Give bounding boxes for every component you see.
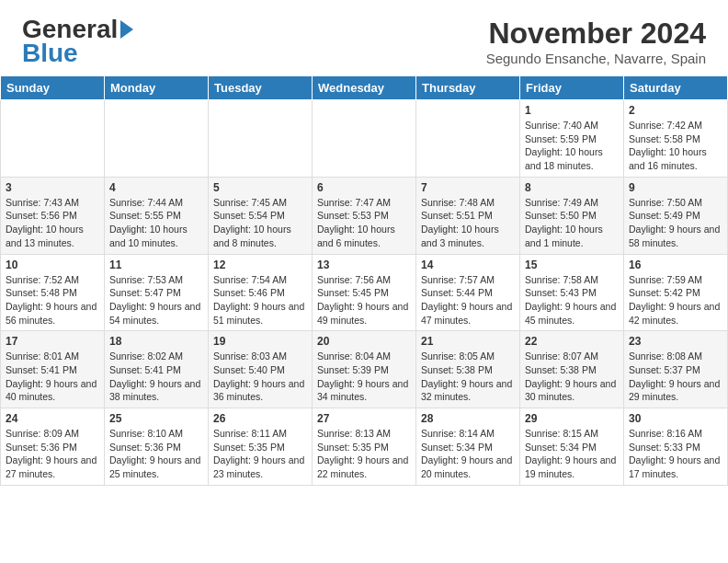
day-number: 29	[525, 412, 619, 425]
day-info: Sunrise: 7:47 AM Sunset: 5:53 PM Dayligh…	[317, 196, 411, 250]
table-row: 14Sunrise: 7:57 AM Sunset: 5:44 PM Dayli…	[416, 254, 520, 331]
col-friday: Friday	[520, 76, 624, 100]
day-number: 24	[6, 412, 99, 425]
day-number: 15	[525, 259, 619, 271]
day-number: 11	[109, 259, 203, 271]
table-row: 4Sunrise: 7:44 AM Sunset: 5:55 PM Daylig…	[105, 177, 209, 254]
table-row: 18Sunrise: 8:02 AM Sunset: 5:41 PM Dayli…	[105, 331, 209, 408]
day-number: 3	[6, 181, 99, 194]
day-info: Sunrise: 8:09 AM Sunset: 5:36 PM Dayligh…	[6, 427, 99, 481]
day-number: 28	[421, 412, 515, 425]
day-info: Sunrise: 8:14 AM Sunset: 5:34 PM Dayligh…	[421, 427, 515, 481]
table-row: 5Sunrise: 7:45 AM Sunset: 5:54 PM Daylig…	[209, 177, 313, 254]
table-row: 3Sunrise: 7:43 AM Sunset: 5:56 PM Daylig…	[1, 177, 105, 254]
day-info: Sunrise: 7:43 AM Sunset: 5:56 PM Dayligh…	[6, 196, 99, 250]
day-number: 2	[629, 104, 722, 117]
day-info: Sunrise: 8:07 AM Sunset: 5:38 PM Dayligh…	[525, 350, 619, 404]
day-number: 9	[629, 181, 722, 194]
table-row: 6Sunrise: 7:47 AM Sunset: 5:53 PM Daylig…	[313, 177, 416, 254]
table-row: 12Sunrise: 7:54 AM Sunset: 5:46 PM Dayli…	[209, 254, 313, 331]
table-row: 7Sunrise: 7:48 AM Sunset: 5:51 PM Daylig…	[416, 177, 520, 254]
day-info: Sunrise: 8:03 AM Sunset: 5:40 PM Dayligh…	[213, 350, 307, 404]
table-row: 24Sunrise: 8:09 AM Sunset: 5:36 PM Dayli…	[1, 408, 105, 486]
day-number: 12	[213, 259, 307, 271]
day-number: 6	[317, 181, 411, 194]
day-info: Sunrise: 7:54 AM Sunset: 5:46 PM Dayligh…	[213, 273, 307, 327]
page-subtitle: Segundo Ensanche, Navarre, Spain	[486, 51, 706, 66]
day-info: Sunrise: 8:13 AM Sunset: 5:35 PM Dayligh…	[317, 427, 411, 481]
day-number: 13	[317, 259, 411, 271]
table-row: 22Sunrise: 8:07 AM Sunset: 5:38 PM Dayli…	[520, 331, 624, 408]
day-info: Sunrise: 8:05 AM Sunset: 5:38 PM Dayligh…	[421, 350, 515, 404]
logo-arrow-icon	[120, 20, 133, 39]
calendar-week-row: 1Sunrise: 7:40 AM Sunset: 5:59 PM Daylig…	[1, 100, 728, 178]
day-info: Sunrise: 7:58 AM Sunset: 5:43 PM Dayligh…	[525, 273, 619, 327]
table-row: 13Sunrise: 7:56 AM Sunset: 5:45 PM Dayli…	[313, 254, 416, 331]
day-info: Sunrise: 7:53 AM Sunset: 5:47 PM Dayligh…	[109, 273, 203, 327]
logo: General Blue	[22, 17, 133, 68]
day-number: 21	[421, 335, 515, 348]
table-row	[105, 100, 209, 178]
page-header: General Blue November 2024 Segundo Ensan…	[0, 0, 728, 75]
title-block: November 2024 Segundo Ensanche, Navarre,…	[486, 17, 706, 66]
table-row: 17Sunrise: 8:01 AM Sunset: 5:41 PM Dayli…	[1, 331, 105, 408]
day-number: 17	[6, 335, 99, 348]
table-row: 1Sunrise: 7:40 AM Sunset: 5:59 PM Daylig…	[520, 100, 624, 178]
day-info: Sunrise: 7:56 AM Sunset: 5:45 PM Dayligh…	[317, 273, 411, 327]
table-row: 8Sunrise: 7:49 AM Sunset: 5:50 PM Daylig…	[520, 177, 624, 254]
day-info: Sunrise: 7:52 AM Sunset: 5:48 PM Dayligh…	[6, 273, 99, 327]
day-number: 22	[525, 335, 619, 348]
table-row	[416, 100, 520, 178]
day-info: Sunrise: 8:01 AM Sunset: 5:41 PM Dayligh…	[6, 350, 99, 404]
day-number: 10	[6, 259, 99, 271]
day-info: Sunrise: 8:04 AM Sunset: 5:39 PM Dayligh…	[317, 350, 411, 404]
table-row: 20Sunrise: 8:04 AM Sunset: 5:39 PM Dayli…	[313, 331, 416, 408]
table-row: 27Sunrise: 8:13 AM Sunset: 5:35 PM Dayli…	[313, 408, 416, 486]
calendar-table: Sunday Monday Tuesday Wednesday Thursday…	[0, 75, 728, 486]
col-sunday: Sunday	[1, 76, 105, 100]
col-saturday: Saturday	[624, 76, 728, 100]
day-number: 20	[317, 335, 411, 348]
calendar-week-row: 10Sunrise: 7:52 AM Sunset: 5:48 PM Dayli…	[1, 254, 728, 331]
day-number: 14	[421, 259, 515, 271]
table-row: 10Sunrise: 7:52 AM Sunset: 5:48 PM Dayli…	[1, 254, 105, 331]
day-info: Sunrise: 7:48 AM Sunset: 5:51 PM Dayligh…	[421, 196, 515, 250]
day-info: Sunrise: 7:40 AM Sunset: 5:59 PM Dayligh…	[525, 119, 619, 173]
table-row: 21Sunrise: 8:05 AM Sunset: 5:38 PM Dayli…	[416, 331, 520, 408]
day-number: 4	[109, 181, 203, 194]
col-tuesday: Tuesday	[209, 76, 313, 100]
day-info: Sunrise: 8:16 AM Sunset: 5:33 PM Dayligh…	[629, 427, 722, 481]
day-number: 7	[421, 181, 515, 194]
table-row: 26Sunrise: 8:11 AM Sunset: 5:35 PM Dayli…	[209, 408, 313, 486]
logo-blue: Blue	[22, 39, 78, 68]
table-row: 2Sunrise: 7:42 AM Sunset: 5:58 PM Daylig…	[624, 100, 728, 178]
day-number: 1	[525, 104, 619, 117]
table-row: 25Sunrise: 8:10 AM Sunset: 5:36 PM Dayli…	[105, 408, 209, 486]
page-title: November 2024	[486, 17, 706, 51]
table-row: 9Sunrise: 7:50 AM Sunset: 5:49 PM Daylig…	[624, 177, 728, 254]
day-info: Sunrise: 8:08 AM Sunset: 5:37 PM Dayligh…	[629, 350, 722, 404]
table-row	[313, 100, 416, 178]
day-info: Sunrise: 8:11 AM Sunset: 5:35 PM Dayligh…	[213, 427, 307, 481]
day-info: Sunrise: 8:02 AM Sunset: 5:41 PM Dayligh…	[109, 350, 203, 404]
table-row: 29Sunrise: 8:15 AM Sunset: 5:34 PM Dayli…	[520, 408, 624, 486]
day-number: 27	[317, 412, 411, 425]
calendar-week-row: 3Sunrise: 7:43 AM Sunset: 5:56 PM Daylig…	[1, 177, 728, 254]
day-number: 8	[525, 181, 619, 194]
day-number: 18	[109, 335, 203, 348]
col-wednesday: Wednesday	[313, 76, 416, 100]
day-number: 5	[213, 181, 307, 194]
day-info: Sunrise: 7:59 AM Sunset: 5:42 PM Dayligh…	[629, 273, 722, 327]
col-monday: Monday	[105, 76, 209, 100]
day-number: 30	[629, 412, 722, 425]
table-row: 23Sunrise: 8:08 AM Sunset: 5:37 PM Dayli…	[624, 331, 728, 408]
day-number: 26	[213, 412, 307, 425]
day-info: Sunrise: 7:50 AM Sunset: 5:49 PM Dayligh…	[629, 196, 722, 250]
table-row: 11Sunrise: 7:53 AM Sunset: 5:47 PM Dayli…	[105, 254, 209, 331]
day-info: Sunrise: 7:45 AM Sunset: 5:54 PM Dayligh…	[213, 196, 307, 250]
day-number: 16	[629, 259, 722, 271]
day-info: Sunrise: 8:10 AM Sunset: 5:36 PM Dayligh…	[109, 427, 203, 481]
day-info: Sunrise: 8:15 AM Sunset: 5:34 PM Dayligh…	[525, 427, 619, 481]
table-row	[1, 100, 105, 178]
calendar-week-row: 17Sunrise: 8:01 AM Sunset: 5:41 PM Dayli…	[1, 331, 728, 408]
